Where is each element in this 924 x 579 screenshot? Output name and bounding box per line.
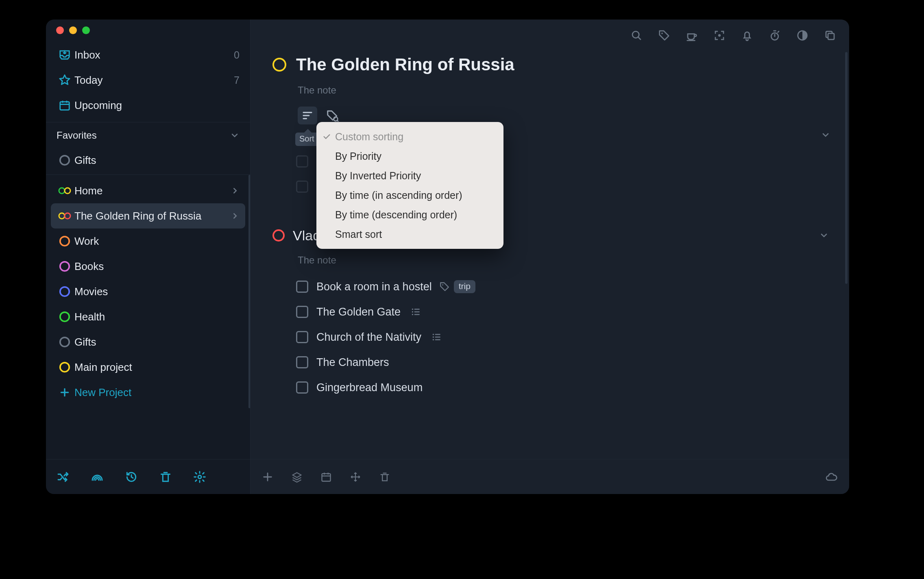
project-item-health[interactable]: Health (51, 304, 245, 329)
trash-icon[interactable] (379, 471, 390, 483)
sublist-icon[interactable] (431, 332, 442, 342)
task-label: The Golden Gate (316, 306, 401, 318)
window-controls (46, 20, 250, 41)
sidebar-nav: Inbox 0 Today 7 Upcoming (46, 41, 250, 122)
svg-point-11 (60, 363, 70, 372)
inbox-icon (55, 49, 74, 61)
svg-point-5 (65, 213, 70, 219)
task-checkbox[interactable] (296, 155, 308, 168)
svg-point-14 (661, 33, 663, 34)
history-icon[interactable] (125, 470, 138, 483)
project-item-main-project[interactable]: Main project (51, 355, 245, 380)
sidebar-scroll: Inbox 0 Today 7 Upcoming (46, 41, 250, 459)
ring-icon (55, 260, 74, 272)
contrast-icon[interactable] (796, 29, 808, 41)
content-bottom-toolbar (251, 459, 849, 494)
cloud-icon[interactable] (825, 471, 838, 483)
ring-icon (55, 285, 74, 298)
task-checkbox[interactable] (296, 356, 308, 368)
task-checkbox[interactable] (296, 281, 308, 293)
project-item-label: Main project (74, 361, 240, 374)
task-list: Book a room in a hostel trip The Golden … (256, 272, 833, 400)
sort-option-custom[interactable]: Custom sorting (316, 127, 503, 146)
task-hidden-2[interactable] (296, 174, 316, 199)
task-row[interactable]: Book a room in a hostel trip (296, 274, 833, 299)
plus-icon (55, 387, 74, 398)
favorites-header-label: Favorites (57, 130, 97, 141)
section-ring-icon (272, 229, 285, 242)
task-checkbox[interactable] (296, 306, 308, 318)
calendar-icon[interactable] (320, 471, 332, 483)
nav-inbox[interactable]: Inbox 0 (51, 42, 245, 67)
task-label: Gingerbread Museum (316, 381, 423, 394)
sort-option-smart[interactable]: Smart sort (316, 224, 503, 244)
project-item-movies[interactable]: Movies (51, 279, 245, 304)
svg-point-15 (718, 34, 721, 37)
task-tag[interactable]: trip (454, 280, 475, 293)
layers-icon[interactable] (291, 471, 303, 483)
page-header: The Golden Ring of Russia (256, 51, 833, 78)
check-icon (322, 132, 335, 141)
project-item-books[interactable]: Books (51, 254, 245, 279)
sort-option-inverted-priority[interactable]: By Inverted Priority (316, 166, 503, 185)
project-item-work[interactable]: Work (51, 229, 245, 254)
coffee-icon[interactable] (686, 29, 698, 41)
trash-icon[interactable] (159, 470, 172, 483)
search-icon[interactable] (630, 29, 643, 41)
fullscreen-window-button[interactable] (82, 26, 90, 34)
tag-icon[interactable] (658, 29, 670, 41)
task-checkbox[interactable] (296, 331, 308, 343)
copy-icon[interactable] (824, 29, 836, 41)
chevron-down-icon[interactable] (821, 130, 830, 140)
tag-icon[interactable] (439, 281, 450, 292)
sort-option-time-asc[interactable]: By time (in ascending order) (316, 185, 503, 205)
task-checkbox[interactable] (296, 181, 308, 193)
add-icon[interactable] (262, 471, 273, 483)
sidebar: Inbox 0 Today 7 Upcoming (46, 20, 251, 494)
favorite-item-label: Gifts (74, 154, 240, 167)
goggles-icon (55, 210, 74, 222)
sort-popover: Custom sorting By Priority By Inverted P… (316, 122, 503, 249)
nav-inbox-label: Inbox (74, 49, 234, 61)
task-row[interactable]: The Chambers (296, 350, 833, 375)
task-label: Church of the Nativity (316, 331, 421, 344)
favorite-item-gifts[interactable]: Gifts (51, 148, 245, 173)
nav-upcoming[interactable]: Upcoming (51, 93, 245, 118)
favorites-header[interactable]: Favorites (46, 122, 250, 146)
sort-option-label: By time (in ascending order) (335, 189, 462, 201)
project-item-label: Health (74, 311, 240, 323)
task-row[interactable]: Gingerbread Museum (296, 375, 833, 400)
task-checkbox[interactable] (296, 381, 308, 394)
filter-bar: Sort ty Custom sorting By Priority By In… (256, 99, 833, 124)
project-item-golden-ring[interactable]: The Golden Ring of Russia (51, 203, 245, 229)
stopwatch-icon[interactable] (769, 29, 781, 41)
task-row[interactable]: The Golden Gate (296, 299, 833, 324)
minimize-window-button[interactable] (69, 26, 77, 34)
section-note-placeholder[interactable]: The note (256, 246, 833, 272)
move-icon[interactable] (350, 471, 361, 483)
chevron-down-icon[interactable] (819, 231, 829, 240)
sort-option-priority[interactable]: By Priority (316, 146, 503, 166)
svg-point-3 (65, 188, 70, 194)
focus-icon[interactable] (713, 29, 726, 41)
new-project-button[interactable]: New Project (51, 380, 245, 405)
close-window-button[interactable] (56, 26, 64, 34)
shuffle-icon[interactable] (57, 470, 70, 483)
task-row[interactable]: Church of the Nativity (296, 324, 833, 350)
nav-today[interactable]: Today 7 (51, 67, 245, 93)
app-window: Inbox 0 Today 7 Upcoming (46, 20, 849, 494)
project-item-home[interactable]: Home (51, 178, 245, 203)
project-item-gifts[interactable]: Gifts (51, 329, 245, 355)
task-hidden-1[interactable] (296, 149, 316, 174)
project-ring-icon (272, 58, 286, 72)
bell-icon[interactable] (741, 29, 753, 41)
note-placeholder[interactable]: The note (256, 78, 833, 99)
sort-option-time-desc[interactable]: By time (descending order) (316, 205, 503, 224)
svg-point-25 (433, 336, 434, 337)
settings-icon[interactable] (193, 470, 206, 483)
nav-upcoming-label: Upcoming (74, 99, 240, 112)
sort-button[interactable] (298, 107, 317, 124)
rainbow-icon[interactable] (91, 470, 104, 483)
sublist-icon[interactable] (410, 307, 421, 317)
sidebar-bottom-toolbar (46, 459, 250, 494)
